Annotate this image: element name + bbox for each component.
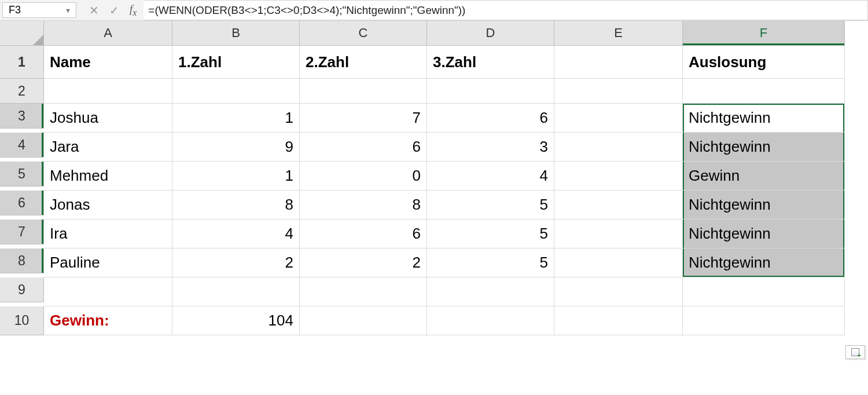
cell-C8[interactable]: 2 <box>300 248 427 277</box>
cell-reference: F3 <box>9 4 21 16</box>
chevron-down-icon[interactable]: ▼ <box>65 7 71 14</box>
cell-B10[interactable]: 104 <box>172 306 300 335</box>
cell-C2[interactable] <box>300 79 427 104</box>
cell-F9[interactable] <box>683 277 845 306</box>
cell-E3[interactable] <box>554 104 683 133</box>
column-header-F[interactable]: F <box>683 21 845 46</box>
cell-B2[interactable] <box>172 79 300 104</box>
cell-A8[interactable]: Pauline <box>44 248 172 277</box>
accept-icon[interactable]: ✓ <box>109 3 119 17</box>
fx-icon[interactable]: fx <box>130 3 137 18</box>
cell-A5[interactable]: Mehmed <box>44 162 172 191</box>
cell-E7[interactable] <box>554 220 683 248</box>
cell-A6[interactable]: Jonas <box>44 191 172 220</box>
formula-bar-icons: ✕ ✓ fx <box>79 0 144 20</box>
cell-F4[interactable]: Nichtgewinn <box>683 133 845 162</box>
formula-bar: F3 ▼ ✕ ✓ fx =(WENN(ODER(B3<>1;C3<>0;D3<>… <box>0 0 868 21</box>
cell-E10[interactable] <box>554 306 683 335</box>
cell-A4[interactable]: Jara <box>44 133 172 162</box>
cell-D8[interactable]: 5 <box>427 248 554 277</box>
formula-input[interactable]: =(WENN(ODER(B3<>1;C3<>0;D3<>4);"Nichtgew… <box>144 0 868 20</box>
cell-A3[interactable]: Joshua <box>44 104 172 133</box>
cell-F5[interactable]: Gewinn <box>683 162 845 191</box>
cell-F10[interactable] <box>683 306 845 335</box>
row-header-6[interactable]: 6 <box>0 191 44 215</box>
cell-B5[interactable]: 1 <box>172 162 300 191</box>
row-header-5[interactable]: 5 <box>0 162 44 186</box>
cell-D2[interactable] <box>427 79 554 104</box>
cell-B7[interactable]: 4 <box>172 220 300 248</box>
cell-D10[interactable] <box>427 306 554 335</box>
cell-E9[interactable] <box>554 277 683 306</box>
cell-B6[interactable]: 8 <box>172 191 300 220</box>
row-header-1[interactable]: 1 <box>0 46 44 79</box>
autofill-options-button[interactable] <box>845 345 865 359</box>
cell-D5[interactable]: 4 <box>427 162 554 191</box>
cell-A9[interactable] <box>44 277 172 306</box>
cell-E8[interactable] <box>554 248 683 277</box>
cell-E4[interactable] <box>554 133 683 162</box>
row-header-3[interactable]: 3 <box>0 104 44 129</box>
cell-D1[interactable]: 3.Zahl <box>427 46 554 79</box>
row-header-9[interactable]: 9 <box>0 277 44 302</box>
column-header-C[interactable]: C <box>300 21 427 46</box>
cell-E2[interactable] <box>554 79 683 104</box>
select-all-corner[interactable] <box>0 21 44 46</box>
cell-D9[interactable] <box>427 277 554 306</box>
cell-B8[interactable]: 2 <box>172 248 300 277</box>
cell-D4[interactable]: 3 <box>427 133 554 162</box>
cell-F7[interactable]: Nichtgewinn <box>683 220 845 248</box>
cell-C5[interactable]: 0 <box>300 162 427 191</box>
cell-C7[interactable]: 6 <box>300 220 427 248</box>
cell-C10[interactable] <box>300 306 427 335</box>
cell-D3[interactable]: 6 <box>427 104 554 133</box>
cell-C4[interactable]: 6 <box>300 133 427 162</box>
name-box[interactable]: F3 ▼ <box>2 2 76 18</box>
cancel-icon[interactable]: ✕ <box>89 3 99 17</box>
cell-A7[interactable]: Ira <box>44 220 172 248</box>
column-header-A[interactable]: A <box>44 21 172 46</box>
cell-E5[interactable] <box>554 162 683 191</box>
cell-F2[interactable] <box>683 79 845 104</box>
column-header-E[interactable]: E <box>554 21 683 46</box>
cell-F8[interactable]: Nichtgewinn <box>683 248 845 277</box>
cell-C1[interactable]: 2.Zahl <box>300 46 427 79</box>
cell-D6[interactable]: 5 <box>427 191 554 220</box>
spreadsheet-grid[interactable]: A B C D E F 1 Name 1.Zahl 2.Zahl 3.Zahl … <box>0 21 868 335</box>
cell-A1[interactable]: Name <box>44 46 172 79</box>
cell-B4[interactable]: 9 <box>172 133 300 162</box>
cell-B3[interactable]: 1 <box>172 104 300 133</box>
column-header-D[interactable]: D <box>427 21 554 46</box>
cell-E6[interactable] <box>554 191 683 220</box>
row-header-10[interactable]: 10 <box>0 306 44 335</box>
column-header-B[interactable]: B <box>172 21 300 46</box>
cell-D7[interactable]: 5 <box>427 220 554 248</box>
cell-F6[interactable]: Nichtgewinn <box>683 191 845 220</box>
autofill-options-icon <box>851 348 859 356</box>
row-header-4[interactable]: 4 <box>0 133 44 158</box>
cell-B9[interactable] <box>172 277 300 306</box>
cell-A10[interactable]: Gewinn: <box>44 306 172 335</box>
cell-C3[interactable]: 7 <box>300 104 427 133</box>
cell-E1[interactable] <box>554 46 683 79</box>
formula-text: =(WENN(ODER(B3<>1;C3<>0;D3<>4);"Nichtgew… <box>148 4 465 17</box>
svg-marker-0 <box>33 35 43 45</box>
row-header-2[interactable]: 2 <box>0 79 44 104</box>
cell-F3[interactable]: Nichtgewinn <box>683 104 845 133</box>
cell-A2[interactable] <box>44 79 172 104</box>
cell-B1[interactable]: 1.Zahl <box>172 46 300 79</box>
row-header-8[interactable]: 8 <box>0 248 44 273</box>
cell-F1[interactable]: Auslosung <box>683 46 845 79</box>
cell-C9[interactable] <box>300 277 427 306</box>
row-header-7[interactable]: 7 <box>0 220 44 244</box>
cell-C6[interactable]: 8 <box>300 191 427 220</box>
